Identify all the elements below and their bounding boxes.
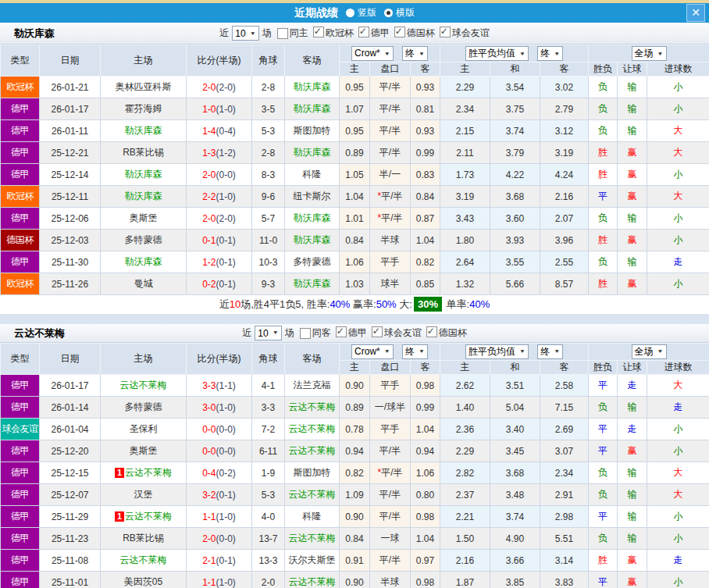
home-team: 曼城 [101, 273, 187, 295]
odds-final-select[interactable]: 终▼ [402, 344, 428, 359]
scope-select[interactable]: 全场▼ [632, 344, 667, 359]
avg-draw-odds: 3.66 [490, 550, 540, 572]
close-icon[interactable]: ✕ [686, 4, 705, 22]
match-count-select[interactable]: 10▼ [255, 326, 281, 340]
away-team-name: 纽卡斯尔 [294, 191, 331, 201]
result-handicap: 赢 [618, 186, 647, 208]
league-checkbox[interactable] [336, 326, 347, 337]
away-team: 勒沃库森 [285, 98, 340, 120]
odds-home-water: 1.04 [340, 186, 370, 208]
scope-select[interactable]: 全场▼ [632, 46, 667, 61]
result-handicap: 赢 [618, 550, 647, 572]
odds-away-water: 0.87 [411, 208, 440, 230]
league-checkbox-label: 欧冠杯 [326, 27, 354, 38]
result-wdl: 胜 [589, 164, 618, 186]
match-count-select[interactable]: 10▼ [232, 26, 258, 41]
league-checkbox[interactable] [426, 326, 437, 337]
league-checkbox[interactable] [313, 27, 324, 37]
away-team-name: 科隆 [303, 511, 322, 522]
home-team-name: 云达不莱梅 [120, 554, 167, 565]
match-row: 德甲25-11-23RB莱比锡2-0(0-0)13-7云达不莱梅0.84一球1.… [1, 528, 709, 550]
avg-home-odds: 2.29 [440, 77, 490, 98]
bookmaker-select[interactable]: Crow*▼ [351, 46, 394, 61]
result-goals: 小 [647, 419, 709, 440]
league-badge: 德甲 [1, 440, 40, 462]
match-date: 25-12-06 [40, 208, 101, 230]
avg-final-select[interactable]: 终▼ [537, 46, 563, 61]
handicap-line: 球半 [370, 273, 411, 295]
odds-home-water: 0.95 [340, 120, 370, 142]
bookmaker-select[interactable]: Crow*▼ [351, 344, 394, 359]
away-team: 云达不莱梅 [285, 440, 340, 462]
home-team: 奥斯堡 [101, 208, 187, 230]
odds-home-water: 0.89 [340, 397, 370, 419]
col-result-wdl: 胜负 [589, 62, 618, 77]
avg-away-odds: 2.79 [540, 98, 589, 120]
odds-final-select[interactable]: 终▼ [402, 46, 428, 61]
league-badge: 德甲 [1, 484, 40, 506]
away-team: 法兰克福 [285, 375, 340, 397]
livebet-marker-icon: 1 [115, 511, 124, 522]
league-badge: 德甲 [1, 98, 40, 120]
halftime-score: (0-0) [216, 446, 236, 457]
halftime-score: (0-0) [216, 533, 236, 544]
fulltime-score: 1-0 [202, 104, 216, 115]
corner-count: 2-8 [252, 142, 285, 164]
result-handicap: 赢 [618, 164, 647, 186]
same-venue-checkbox[interactable] [300, 328, 311, 339]
avg-home-odds: 2.62 [440, 375, 490, 397]
away-team: 云达不莱梅 [285, 572, 340, 588]
fulltime-score: 2-0 [202, 213, 216, 224]
league-checkbox-label: 德甲 [371, 27, 390, 38]
odds-home-water: 1.03 [340, 273, 370, 295]
away-team-name: 云达不莱梅 [289, 445, 336, 456]
league-checkbox-label: 球会友谊 [384, 327, 422, 338]
away-team: 科隆 [285, 506, 340, 528]
league-checkbox[interactable] [372, 326, 383, 337]
match-row: 德甲25-11-01美因茨051-1(1-0)2-0云达不莱梅0.90半球0.9… [1, 572, 709, 588]
col-result-handicap: 让球 [618, 62, 647, 77]
avg-home-odds: 1.40 [440, 397, 490, 419]
away-team-name: 斯图加特 [294, 467, 331, 478]
vertical-layout-radio[interactable] [346, 9, 354, 17]
odds-away-water: 0.83 [411, 164, 440, 186]
avg-odds-select[interactable]: 胜平负均值▼ [465, 46, 529, 61]
away-team-name: 云达不莱梅 [289, 489, 336, 500]
match-row: 德甲25-12-20奥斯堡0-0(0-0)6-11云达不莱梅0.94平/半0.9… [1, 440, 709, 462]
col-handicap: 盘口 [370, 361, 411, 375]
avg-home-odds: 1.32 [440, 273, 490, 295]
league-checkbox[interactable] [358, 27, 369, 37]
match-row: 德甲26-01-17霍芬海姆1-0(1-0)3-5勒沃库森1.07平/半0.81… [1, 98, 709, 120]
handicap-line: *平/半 [370, 208, 411, 230]
home-team: 多特蒙德 [101, 397, 187, 419]
home-team: 1云达不莱梅 [101, 506, 187, 528]
league-checkbox[interactable] [440, 27, 451, 37]
result-goals: 大 [647, 186, 709, 208]
result-wdl: 平 [589, 572, 618, 588]
avg-draw-odds: 3.79 [490, 142, 540, 164]
home-team: 奥斯堡 [101, 440, 187, 462]
result-handicap: 输 [618, 462, 647, 484]
away-team: 勒沃库森 [285, 142, 340, 164]
league-badge: 德甲 [1, 550, 40, 572]
same-venue-checkbox[interactable] [277, 28, 288, 39]
odds-home-water: 1.05 [340, 164, 370, 186]
col-avg-draw: 和 [490, 361, 540, 375]
league-checkbox[interactable] [394, 27, 405, 37]
home-team: 霍芬海姆 [101, 98, 187, 120]
avg-final-select[interactable]: 终▼ [537, 344, 563, 359]
fulltime-score: 0-2 [202, 279, 216, 290]
handicap-line: 平/半 [370, 120, 411, 142]
home-team-name: RB莱比锡 [123, 533, 164, 543]
handicap-line: 平/半 [370, 484, 411, 506]
result-group-header: 全场▼ [589, 344, 709, 361]
avg-away-odds: 3.83 [540, 572, 589, 588]
col-away: 客场 [285, 45, 340, 77]
league-badge: 球会友谊 [1, 419, 40, 440]
horizontal-layout-radio[interactable] [384, 9, 393, 17]
avg-odds-select[interactable]: 胜平负均值▼ [465, 344, 529, 359]
result-handicap: 赢 [618, 572, 647, 588]
halftime-score: (0-0) [216, 169, 236, 180]
away-team: 斯图加特 [285, 462, 340, 484]
handicap-line: 一球 [370, 528, 411, 550]
